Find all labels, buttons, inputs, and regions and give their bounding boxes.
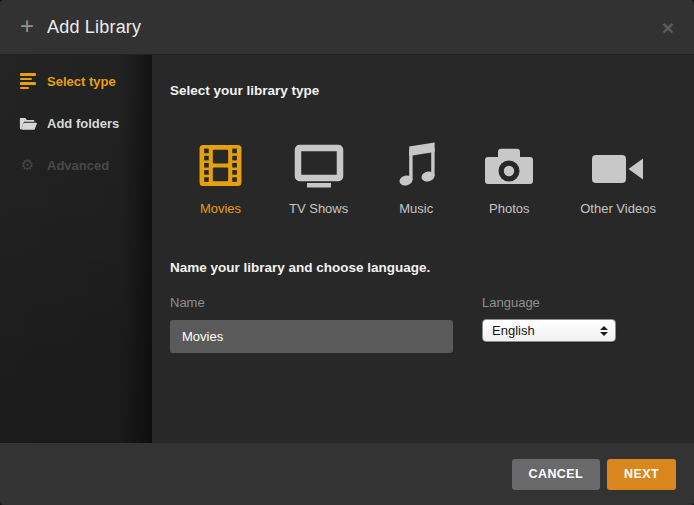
music-note-icon <box>394 140 438 188</box>
name-input[interactable]: Movies <box>170 320 453 353</box>
list-lines-icon <box>18 73 37 89</box>
sidebar-item-advanced[interactable]: ⚙ Advanced <box>18 155 152 175</box>
close-icon[interactable]: × <box>662 17 674 38</box>
folder-open-icon <box>18 116 37 131</box>
sidebar-item-label: Select type <box>47 74 116 89</box>
dialog-title: Add Library <box>47 17 141 38</box>
select-arrows-icon <box>600 326 608 336</box>
gear-icon: ⚙ <box>18 158 37 173</box>
library-type-label: Music <box>399 201 433 216</box>
sidebar-item-select-type[interactable]: Select type <box>18 71 152 91</box>
language-select[interactable]: English <box>482 319 616 342</box>
sidebar-item-label: Advanced <box>47 158 109 173</box>
add-library-dialog: + Add Library × Select type Add folders … <box>0 0 694 505</box>
camera-icon <box>484 140 534 188</box>
library-type-row: Movies TV Shows <box>198 140 676 216</box>
dialog-footer: CANCEL NEXT <box>0 443 694 505</box>
library-type-label: Other Videos <box>580 201 656 216</box>
panel-heading: Select your library type <box>170 83 676 98</box>
name-label: Name <box>170 295 453 310</box>
library-type-other-videos[interactable]: Other Videos <box>580 140 656 216</box>
plus-icon: + <box>20 14 34 38</box>
language-label: Language <box>482 295 632 310</box>
next-button[interactable]: NEXT <box>607 459 676 490</box>
cancel-button[interactable]: CANCEL <box>512 459 600 490</box>
sidebar: Select type Add folders ⚙ Advanced <box>0 55 152 443</box>
sidebar-item-label: Add folders <box>47 116 119 131</box>
sidebar-item-add-folders[interactable]: Add folders <box>18 113 152 133</box>
name-input-value: Movies <box>182 329 223 344</box>
library-type-movies[interactable]: Movies <box>198 140 243 216</box>
language-select-value: English <box>492 323 600 338</box>
library-type-label: Movies <box>200 201 241 216</box>
film-strip-icon <box>198 140 243 188</box>
library-type-tv-shows[interactable]: TV Shows <box>289 140 348 216</box>
name-language-fields: Name Movies Language English <box>170 295 676 375</box>
library-type-label: Photos <box>489 201 529 216</box>
library-type-photos[interactable]: Photos <box>484 140 534 216</box>
library-type-label: TV Shows <box>289 201 348 216</box>
video-camera-icon <box>591 140 645 188</box>
library-type-music[interactable]: Music <box>394 140 438 216</box>
tv-icon <box>292 140 346 188</box>
name-section-heading: Name your library and choose language. <box>170 260 676 275</box>
library-type-panel: Select your library type <box>152 55 694 443</box>
dialog-header: + Add Library × <box>0 0 694 55</box>
